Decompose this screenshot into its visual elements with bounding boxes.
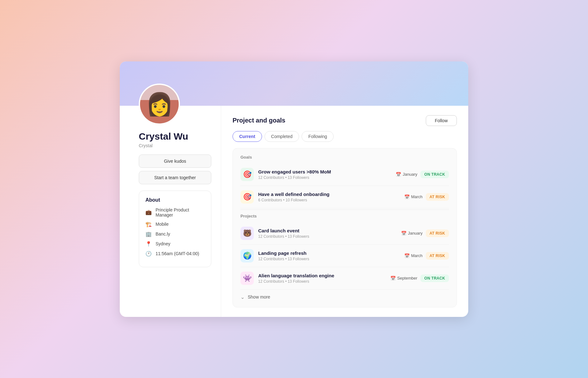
about-role: 💼 Principle Product Manager (145, 207, 205, 217)
project-name-3: Alien language translation engine (258, 273, 386, 278)
user-name: Crystal Wu (139, 131, 211, 142)
project-badge-2: AT RISK (426, 252, 449, 260)
goal-meta-1: 12 Contributors • 13 Followers (258, 175, 391, 180)
project-meta-3: 12 Contributors • 13 Followers (258, 279, 386, 284)
goal-icon-2: 🎯 (240, 190, 254, 204)
about-department-text: Mobile (156, 222, 169, 227)
goal-right-1: 📅 January ON TRACK (396, 171, 449, 178)
avatar (139, 84, 180, 125)
about-company-text: Banc.ly (156, 231, 170, 236)
project-date-2: 📅 March (404, 253, 423, 258)
about-title: About (145, 197, 205, 203)
avatar-image (140, 85, 179, 123)
profile-card: Crystal Wu Crystal Give kudos Start a te… (120, 61, 468, 317)
goal-badge-1: ON TRACK (420, 171, 449, 178)
project-item-1[interactable]: 🐻 Card launch event 12 Contributors • 13… (240, 222, 449, 245)
project-meta-2: 12 Contributors • 13 Followers (258, 257, 400, 261)
briefcase-icon: 💼 (145, 209, 152, 215)
goal-name-2: Have a well defined onboarding (258, 192, 400, 197)
about-department: 🏗️ Mobile (145, 221, 205, 227)
goal-info-1: Grow engaged users >80% MoM 12 Contribut… (258, 169, 391, 180)
goal-right-2: 📅 March AT RISK (404, 193, 449, 201)
project-icon-1: 🐻 (240, 227, 254, 240)
calendar-icon-p2: 📅 (404, 253, 410, 258)
section-title: Project and goals (233, 117, 285, 124)
building-icon: 🏢 (145, 231, 152, 237)
chevron-down-icon: ⌄ (240, 294, 245, 300)
project-item-3[interactable]: 👾 Alien language translation engine 12 C… (240, 267, 449, 290)
goal-date-1: 📅 January (396, 172, 417, 177)
goal-date-2: 📅 March (404, 194, 423, 199)
give-kudos-button[interactable]: Give kudos (139, 154, 211, 168)
tab-following[interactable]: Following (302, 131, 334, 142)
project-info-3: Alien language translation engine 12 Con… (258, 273, 386, 284)
project-info-2: Landing page refresh 12 Contributors • 1… (258, 250, 400, 261)
tab-completed[interactable]: Completed (265, 131, 299, 142)
tabs-container: Current Completed Following (233, 131, 457, 142)
follow-button[interactable]: Follow (426, 115, 457, 126)
project-date-3: 📅 September (390, 276, 418, 281)
project-icon-3: 👾 (240, 272, 254, 285)
show-more-label: Show more (248, 294, 270, 299)
about-location-text: Sydney (156, 241, 170, 246)
about-location: 📍 Sydney (145, 241, 205, 247)
project-right-2: 📅 March AT RISK (404, 252, 449, 260)
location-icon: 📍 (145, 241, 152, 247)
section-header: Project and goals Follow (233, 115, 457, 126)
tab-current[interactable]: Current (233, 131, 262, 142)
calendar-icon-2: 📅 (404, 194, 410, 199)
project-right-1: 📅 January AT RISK (401, 230, 449, 237)
goal-item-2[interactable]: 🎯 Have a well defined onboarding 6 Contr… (240, 186, 449, 208)
project-badge-3: ON TRACK (420, 274, 449, 282)
goal-info-2: Have a well defined onboarding 6 Contrib… (258, 192, 400, 202)
project-right-3: 📅 September ON TRACK (390, 274, 449, 282)
left-panel: Crystal Wu Crystal Give kudos Start a te… (120, 106, 221, 317)
calendar-icon-p3: 📅 (390, 276, 396, 281)
clock-icon: 🕐 (145, 251, 152, 257)
user-handle: Crystal (139, 143, 211, 148)
header-banner (120, 61, 468, 106)
show-more-button[interactable]: ⌄ Show more (240, 290, 449, 301)
goal-icon-1: 🎯 (240, 168, 254, 181)
org-icon: 🏗️ (145, 221, 152, 227)
section-divider (240, 210, 449, 210)
about-time: 🕐 11:56am (GMT-04:00) (145, 251, 205, 257)
content-area: Goals 🎯 Grow engaged users >80% MoM 12 C… (233, 148, 457, 307)
project-meta-1: 12 Contributors • 13 Followers (258, 234, 397, 239)
project-badge-1: AT RISK (426, 230, 449, 237)
about-role-text: Principle Product Manager (156, 207, 205, 217)
project-name-2: Landing page refresh (258, 250, 400, 256)
goal-item-1[interactable]: 🎯 Grow engaged users >80% MoM 12 Contrib… (240, 163, 449, 186)
goal-name-1: Grow engaged users >80% MoM (258, 169, 391, 174)
project-date-1: 📅 January (401, 231, 423, 236)
about-time-text: 11:56am (GMT-04:00) (156, 251, 199, 256)
project-name-1: Card launch event (258, 228, 397, 233)
about-section: About 💼 Principle Product Manager 🏗️ Mob… (139, 191, 211, 267)
project-icon-2: 🌍 (240, 249, 254, 262)
goals-label: Goals (240, 155, 449, 160)
calendar-icon-p1: 📅 (401, 231, 406, 236)
body-layout: Crystal Wu Crystal Give kudos Start a te… (120, 106, 468, 317)
goal-meta-2: 6 Contributors • 10 Followers (258, 198, 400, 202)
right-panel: Project and goals Follow Current Complet… (221, 106, 468, 317)
project-info-1: Card launch event 12 Contributors • 13 F… (258, 228, 397, 239)
calendar-icon-1: 📅 (396, 172, 401, 177)
goal-badge-2: AT RISK (426, 193, 449, 201)
start-team-button[interactable]: Start a team together (139, 171, 211, 184)
projects-label: Projects (240, 214, 449, 218)
about-company: 🏢 Banc.ly (145, 231, 205, 237)
project-item-2[interactable]: 🌍 Landing page refresh 12 Contributors •… (240, 245, 449, 267)
